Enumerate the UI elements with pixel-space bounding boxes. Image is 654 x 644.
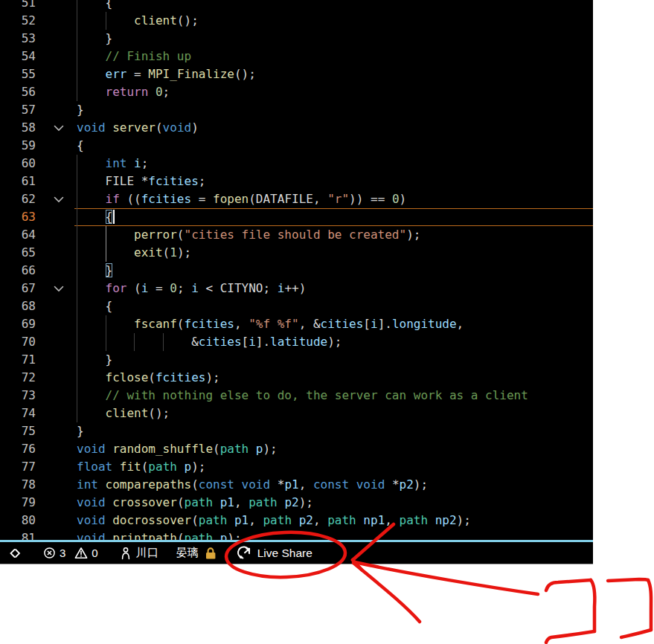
- line-number: 51: [0, 0, 36, 12]
- code-line[interactable]: 57}: [0, 101, 593, 119]
- code-line[interactable]: 65 exit(1);: [0, 244, 593, 262]
- code-text: &cities[i].latitude);: [77, 333, 342, 351]
- code-line[interactable]: 64 perror("cities file should be created…: [0, 226, 593, 244]
- code-line[interactable]: 67 for (i = 0; i < CITYNO; i++): [0, 280, 593, 297]
- code-line[interactable]: 76void random_shuffle(path p);: [0, 440, 593, 458]
- code-line[interactable]: 59{: [0, 137, 593, 155]
- code-line[interactable]: 60 int i;: [0, 155, 593, 173]
- line-number: 73: [0, 387, 36, 405]
- code-text: // with nothing else to do, the server c…: [77, 387, 528, 405]
- annotation-katakana-ko: [608, 579, 648, 581]
- warning-count: 0: [92, 547, 97, 559]
- code-line[interactable]: 69 fscanf(fcities, "%f %f", &cities[i].l…: [0, 315, 593, 333]
- line-number: 72: [0, 369, 36, 387]
- live-share-label: Live Share: [257, 547, 312, 560]
- code-text: }: [77, 30, 112, 48]
- code-text: {: [77, 137, 84, 155]
- code-editor[interactable]: 51 {52 client();53 }54 // Finish up55 er…: [0, 0, 593, 540]
- annotation-katakana-ko: [591, 580, 594, 631]
- remote-indicator-button[interactable]: [8, 547, 22, 560]
- code-line[interactable]: 54 // Finish up: [0, 48, 593, 65]
- code-text: FILE *fcities;: [77, 173, 205, 190]
- code-line[interactable]: 79void crossover(path p1, path p2);: [0, 494, 593, 512]
- code-line[interactable]: 63 {: [0, 208, 593, 226]
- current-line-highlight: [74, 208, 593, 226]
- code-line[interactable]: 62 if ((fcities = fopen(DATAFILE, "r")) …: [0, 190, 593, 208]
- fold-chevron-icon[interactable]: [49, 119, 68, 137]
- code-text: {: [77, 0, 112, 12]
- code-line[interactable]: 66 }: [0, 262, 593, 280]
- line-number: 66: [0, 262, 36, 280]
- annotation-katakana-ko: [648, 580, 651, 630]
- line-number: 60: [0, 155, 36, 173]
- code-text: // Finish up: [77, 48, 191, 65]
- error-icon: [43, 547, 56, 559]
- live-share-button[interactable]: Live Share: [237, 545, 312, 561]
- line-number: 67: [0, 280, 36, 297]
- code-line[interactable]: 75}: [0, 422, 593, 440]
- code-line[interactable]: 55 err = MPI_Finalize();: [0, 65, 593, 83]
- code-line[interactable]: 51 {: [0, 0, 593, 12]
- line-number: 74: [0, 405, 36, 422]
- code-text: for (i = 0; i < CITYNO; i++): [77, 280, 306, 297]
- line-number: 52: [0, 12, 36, 30]
- annotation-katakana-ko: [621, 630, 651, 637]
- code-line[interactable]: 74 client();: [0, 405, 593, 422]
- code-line[interactable]: 77float fit(path p);: [0, 458, 593, 476]
- code-text: float fit(path p);: [77, 458, 205, 476]
- line-number: 59: [0, 137, 36, 155]
- code-line[interactable]: 52 client();: [0, 12, 593, 30]
- code-line[interactable]: 56 return 0;: [0, 83, 593, 101]
- line-number: 62: [0, 190, 36, 208]
- line-number: 61: [0, 173, 36, 190]
- code-text: void random_shuffle(path p);: [77, 440, 278, 458]
- fold-chevron-icon[interactable]: [49, 190, 68, 208]
- line-number: 81: [0, 529, 36, 540]
- code-text: client();: [77, 12, 199, 30]
- participant-name: 川口: [136, 546, 158, 560]
- fold-chevron-icon[interactable]: [49, 280, 68, 297]
- participant-name: 晏璃: [176, 546, 199, 560]
- code-text: perror("cities file should be created");: [77, 226, 420, 244]
- code-line[interactable]: 73 // with nothing else to do, the serve…: [0, 387, 593, 405]
- line-number: 71: [0, 351, 36, 369]
- code-line[interactable]: 53 }: [0, 30, 593, 48]
- participant-kawaguchi[interactable]: 川口: [121, 546, 158, 560]
- annotation-katakana-ko: [546, 631, 594, 643]
- warning-icon: [74, 547, 88, 559]
- line-number: 56: [0, 83, 36, 101]
- code-text: return 0;: [77, 83, 170, 101]
- line-number: 78: [0, 476, 36, 494]
- code-line[interactable]: 68 {: [0, 297, 593, 315]
- lock-icon: [204, 547, 217, 560]
- participant-anri[interactable]: 晏璃: [176, 546, 217, 560]
- line-number: 54: [0, 48, 36, 65]
- annotation-arrow-shaft: [353, 563, 420, 622]
- code-text: void crossover(path p1, path p2);: [77, 494, 313, 512]
- line-number: 53: [0, 30, 36, 48]
- person-icon: [121, 547, 131, 560]
- code-line[interactable]: 81void printpath(path p);: [0, 529, 593, 540]
- code-line[interactable]: 70 &cities[i].latitude);: [0, 333, 593, 351]
- line-number: 64: [0, 226, 36, 244]
- problems-indicator[interactable]: 3 0: [43, 547, 98, 559]
- error-count: 3: [60, 547, 65, 559]
- code-line[interactable]: 71 }: [0, 351, 593, 369]
- line-number: 58: [0, 119, 36, 137]
- line-number: 79: [0, 494, 36, 512]
- code-text: exit(1);: [77, 244, 191, 262]
- code-line[interactable]: 80void docrossover(path p1, path p2, pat…: [0, 512, 593, 529]
- code-line[interactable]: 78int comparepaths(const void *p1, const…: [0, 476, 593, 494]
- code-line[interactable]: 58void server(void): [0, 119, 593, 137]
- code-line[interactable]: 61 FILE *fcities;: [0, 173, 593, 190]
- remote-icon: [8, 547, 22, 560]
- code-text: {: [77, 208, 115, 226]
- code-text: int i;: [77, 155, 148, 173]
- code-line[interactable]: 72 fclose(fcities);: [0, 369, 593, 387]
- line-number: 55: [0, 65, 36, 83]
- code-text: fclose(fcities);: [77, 369, 220, 387]
- code-text: }: [77, 422, 84, 440]
- code-text: }: [77, 351, 112, 369]
- vscode-window: 51 {52 client();53 }54 // Finish up55 er…: [0, 0, 654, 644]
- line-number: 69: [0, 315, 36, 333]
